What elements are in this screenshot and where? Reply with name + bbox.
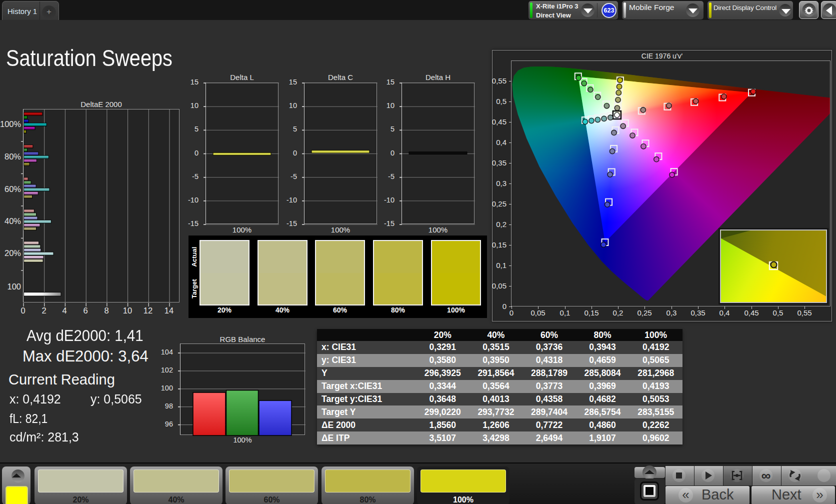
svg-text:∞: ∞ bbox=[762, 468, 771, 483]
